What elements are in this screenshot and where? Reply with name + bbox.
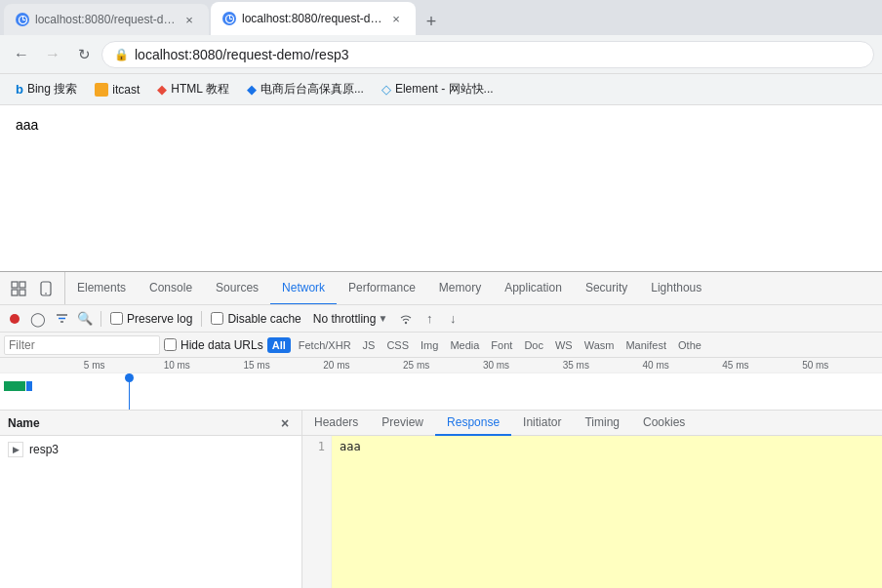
lock-icon: 🔒 [114,48,129,61]
bing-icon: b [16,82,23,97]
tab-bar: localhost:8080/request-demo/ × localhost… [0,0,882,35]
itcast-icon [95,83,108,97]
filter-manifest[interactable]: Manifest [621,338,670,352]
filter-ws[interactable]: WS [551,338,577,352]
network-waterfall-bar [4,381,32,391]
bar-blue [26,381,32,391]
filter-doc[interactable]: Doc [520,338,547,352]
filter-css[interactable]: CSS [382,338,413,352]
detail-tab-response[interactable]: Response [435,411,511,436]
filter-button[interactable] [51,308,72,330]
timeline-area: 5 ms 10 ms 15 ms 20 ms 25 ms 30 ms 35 ms… [0,358,882,411]
hide-data-urls-checkbox[interactable] [164,338,177,351]
tab-inactive[interactable]: localhost:8080/request-demo/ × [4,4,209,35]
tick-1: 5 ms [84,360,164,371]
bookmark-itcast[interactable]: itcast [87,80,147,99]
filter-font[interactable]: Font [487,338,516,352]
tab-favicon-2 [222,12,236,25]
record-button[interactable] [4,308,25,330]
tab-close-1[interactable]: × [181,12,197,27]
filter-input[interactable] [4,335,160,355]
tab-active[interactable]: localhost:8080/request-demo/ × [211,2,416,35]
detail-tab-preview[interactable]: Preview [370,411,435,436]
download-button[interactable]: ↓ [442,308,463,330]
bookmark-html[interactable]: ◆ HTML 教程 [149,78,237,100]
detail-tab-headers[interactable]: Headers [302,411,370,436]
nav-bar: ← → ↻ 🔒 localhost:8080/request-demo/resp… [0,35,882,74]
file-icon-resp3: ▶ [8,442,23,457]
device-icon[interactable] [33,276,59,301]
filter-media[interactable]: Media [446,338,483,352]
filter-wasm[interactable]: Wasm [581,338,619,352]
detail-tab-timing[interactable]: Timing [573,411,631,436]
preserve-log-checkbox[interactable] [110,312,123,325]
filter-other[interactable]: Othe [674,338,705,352]
filter-img[interactable]: Img [417,338,442,352]
tab-favicon-1 [16,13,29,26]
bookmark-ecommerce[interactable]: ◆ 电商后台高保真原... [239,78,372,100]
name-panel-close[interactable]: × [276,414,294,432]
tab-lighthouse[interactable]: Lighthous [639,272,713,305]
upload-button[interactable]: ↑ [419,308,440,330]
tab-elements[interactable]: Elements [65,272,138,305]
bookmark-html-label: HTML 教程 [171,81,229,98]
tick-2: 10 ms [164,360,244,371]
tab-performance[interactable]: Performance [337,272,427,305]
page-content: aaa [0,105,882,271]
forward-button[interactable]: → [39,41,66,68]
bookmark-bing[interactable]: b Bing 搜索 [8,78,85,100]
file-row-resp3[interactable]: ▶ resp3 [0,436,301,463]
back-button[interactable]: ← [8,41,35,68]
response-text-content: aaa [332,436,882,588]
browser-chrome: localhost:8080/request-demo/ × localhost… [0,0,882,105]
throttle-label: No throttling [313,312,377,326]
disable-cache-checkbox-label[interactable]: Disable cache [207,312,304,326]
hide-data-urls-label[interactable]: Hide data URLs [164,338,263,352]
filter-fetch-xhr[interactable]: Fetch/XHR [295,338,355,352]
filter-js[interactable]: JS [359,338,380,352]
detail-panel: Headers Preview Response Initiator Timin… [302,411,882,588]
tab-console[interactable]: Console [138,272,204,305]
all-filter-badge[interactable]: All [267,337,291,353]
tick-3: 15 ms [243,360,323,371]
detail-tab-initiator[interactable]: Initiator [511,411,573,436]
bookmark-element[interactable]: ◇ Element - 网站快... [374,78,501,100]
svg-rect-5 [20,290,25,295]
toolbar-sep-1 [100,311,101,327]
preserve-log-checkbox-label[interactable]: Preserve log [106,312,196,326]
throttle-select[interactable]: No throttling ▼ [307,310,394,328]
url-text: localhost:8080/request-demo/resp3 [135,47,348,62]
tab-sources[interactable]: Sources [204,272,270,305]
inspect-icon[interactable] [6,276,31,301]
bookmark-bing-label: Bing 搜索 [27,81,77,98]
reload-button[interactable]: ↻ [70,41,98,68]
tick-7: 35 ms [563,360,643,371]
search-button[interactable]: 🔍 [74,308,96,330]
timeline-cursor-dot [125,373,134,382]
stop-button[interactable]: ◯ [27,308,49,330]
tab-title-1: localhost:8080/request-demo/ [35,13,176,26]
tick-4: 20 ms [323,360,403,371]
network-toolbar: ◯ 🔍 Preserve log Disable cache No thrott… [0,305,882,333]
tab-title-2: localhost:8080/request-demo/ [242,12,382,25]
svg-rect-4 [12,290,18,295]
wifi-icon[interactable] [395,308,417,330]
tick-5: 25 ms [403,360,483,371]
svg-rect-2 [12,282,18,288]
svg-point-12 [405,321,407,323]
tab-security[interactable]: Security [574,272,639,305]
detail-tab-cookies[interactable]: Cookies [631,411,697,436]
new-tab-button[interactable]: + [418,8,445,35]
throttle-dropdown-icon: ▼ [378,313,387,324]
tab-memory[interactable]: Memory [427,272,493,305]
tick-9: 45 ms [722,360,802,371]
svg-rect-3 [20,282,25,288]
tab-application[interactable]: Application [493,272,574,305]
disable-cache-checkbox[interactable] [211,312,223,325]
filter-bar: Hide data URLs All Fetch/XHR JS CSS Img … [0,333,882,358]
tab-close-2[interactable]: × [388,11,404,26]
bookmark-ecommerce-label: 电商后台高保真原... [261,81,364,98]
tab-network[interactable]: Network [270,272,337,305]
name-panel: Name × ▶ resp3 [0,411,302,588]
address-bar[interactable]: 🔒 localhost:8080/request-demo/resp3 [101,41,874,68]
